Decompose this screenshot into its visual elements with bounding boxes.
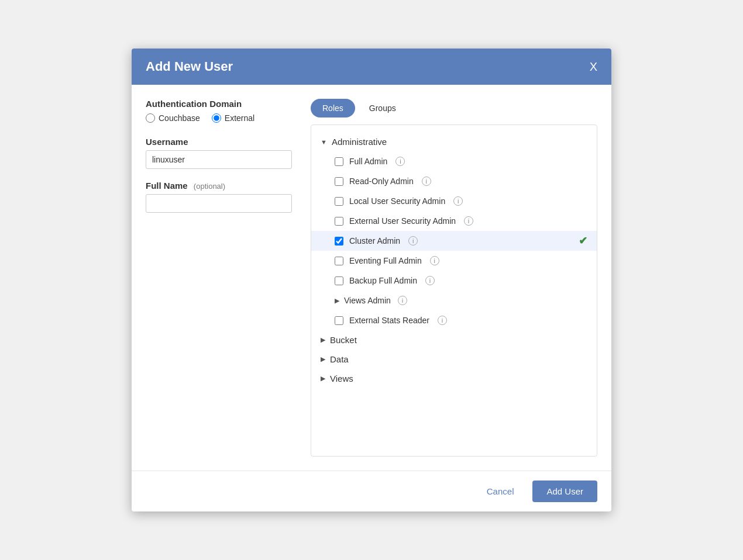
radio-couchbase-label[interactable]: Couchbase <box>146 113 200 123</box>
role-name-eventing-full-admin: Eventing Full Admin <box>349 256 422 265</box>
role-name-full-admin: Full Admin <box>349 157 387 166</box>
checkbox-backup-full-admin[interactable] <box>335 276 343 285</box>
role-name-external-stats-reader: External Stats Reader <box>349 316 429 325</box>
role-item-local-user-security-admin[interactable]: Local User Security Admin i <box>311 191 597 211</box>
info-icon-views-admin[interactable]: i <box>398 296 407 305</box>
arrow-data: ▶ <box>321 355 325 363</box>
group-label-bucket: Bucket <box>330 335 357 345</box>
info-icon-cluster-admin[interactable]: i <box>408 236 418 246</box>
dialog-footer: Cancel Add User <box>132 471 611 511</box>
checkbox-external-user-security-admin[interactable] <box>335 217 343 226</box>
tabs-container: Roles Groups <box>311 99 597 117</box>
role-sub-group-views-admin[interactable]: ▶ Views Admin i <box>311 291 597 310</box>
fullname-input[interactable] <box>146 194 292 213</box>
info-icon-read-only-admin[interactable]: i <box>422 177 431 186</box>
group-label-administrative: Administrative <box>332 137 387 147</box>
role-name-external-user-security-admin: External User Security Admin <box>349 216 456 226</box>
group-label-views: Views <box>330 374 353 383</box>
role-name-backup-full-admin: Backup Full Admin <box>349 276 417 285</box>
tab-groups[interactable]: Groups <box>357 99 408 117</box>
dialog-title: Add New User <box>146 59 233 74</box>
roles-container: ▼ Administrative Full Admin i Read-Only … <box>311 125 597 457</box>
role-name-local-user-security-admin: Local User Security Admin <box>349 196 445 206</box>
dialog-header: Add New User X <box>132 49 611 85</box>
auth-domain-label: Authentication Domain <box>146 99 292 109</box>
radio-couchbase[interactable] <box>146 113 155 123</box>
dialog-body: Authentication Domain Couchbase External… <box>132 85 611 471</box>
role-item-full-admin[interactable]: Full Admin i <box>311 151 597 171</box>
fullname-optional: (optional) <box>194 182 225 191</box>
info-icon-external-stats-reader[interactable]: i <box>438 316 447 325</box>
checkmark-cluster-admin: ✔ <box>579 234 587 247</box>
checkbox-external-stats-reader[interactable] <box>335 316 343 325</box>
fullname-section: Full Name (optional) <box>146 181 292 213</box>
checkbox-cluster-admin[interactable] <box>335 237 343 246</box>
role-item-eventing-full-admin[interactable]: Eventing Full Admin i <box>311 251 597 271</box>
role-name-views-admin: Views Admin <box>344 296 391 305</box>
left-panel: Authentication Domain Couchbase External… <box>146 99 292 457</box>
couchbase-label: Couchbase <box>159 113 200 123</box>
add-user-dialog: Add New User X Authentication Domain Cou… <box>132 49 611 511</box>
info-icon-external-user-security-admin[interactable]: i <box>464 216 473 226</box>
role-item-read-only-admin[interactable]: Read-Only Admin i <box>311 171 597 191</box>
username-label: Username <box>146 137 292 147</box>
roles-list: ▼ Administrative Full Admin i Read-Only … <box>311 125 597 395</box>
arrow-bucket: ▶ <box>321 336 325 344</box>
role-item-cluster-admin[interactable]: Cluster Admin i ✔ <box>311 231 597 251</box>
group-header-views[interactable]: ▶ Views <box>311 369 597 388</box>
role-name-read-only-admin: Read-Only Admin <box>349 177 414 186</box>
checkbox-read-only-admin[interactable] <box>335 177 343 186</box>
info-icon-full-admin[interactable]: i <box>395 157 405 166</box>
role-item-external-user-security-admin[interactable]: External User Security Admin i <box>311 211 597 231</box>
info-icon-local-user-security-admin[interactable]: i <box>453 196 463 206</box>
right-panel: Roles Groups ▼ Administrative Full Admin… <box>311 99 597 457</box>
tab-roles[interactable]: Roles <box>311 99 355 117</box>
arrow-views: ▶ <box>321 375 325 382</box>
auth-domain-section: Authentication Domain Couchbase External <box>146 99 292 123</box>
close-button[interactable]: X <box>590 61 597 72</box>
checkbox-full-admin[interactable] <box>335 157 343 166</box>
checkbox-local-user-security-admin[interactable] <box>335 197 343 206</box>
group-header-data[interactable]: ▶ Data <box>311 350 597 369</box>
username-input[interactable] <box>146 150 292 169</box>
role-name-cluster-admin: Cluster Admin <box>349 236 400 246</box>
arrow-administrative: ▼ <box>321 139 327 146</box>
info-icon-backup-full-admin[interactable]: i <box>425 276 435 285</box>
info-icon-eventing-full-admin[interactable]: i <box>430 256 439 265</box>
add-user-button[interactable]: Add User <box>532 481 597 502</box>
group-label-data: Data <box>330 354 349 364</box>
arrow-views-admin: ▶ <box>335 297 339 305</box>
checkbox-eventing-full-admin[interactable] <box>335 257 343 265</box>
cancel-button[interactable]: Cancel <box>477 482 524 501</box>
group-header-bucket[interactable]: ▶ Bucket <box>311 330 597 350</box>
role-item-backup-full-admin[interactable]: Backup Full Admin i <box>311 271 597 291</box>
radio-external[interactable] <box>212 113 221 123</box>
username-section: Username <box>146 137 292 169</box>
radio-external-label[interactable]: External <box>212 113 254 123</box>
group-header-administrative[interactable]: ▼ Administrative <box>311 132 597 151</box>
external-label: External <box>225 113 254 123</box>
fullname-label: Full Name (optional) <box>146 181 292 191</box>
role-item-external-stats-reader[interactable]: External Stats Reader i <box>311 310 597 330</box>
auth-domain-options: Couchbase External <box>146 113 292 123</box>
